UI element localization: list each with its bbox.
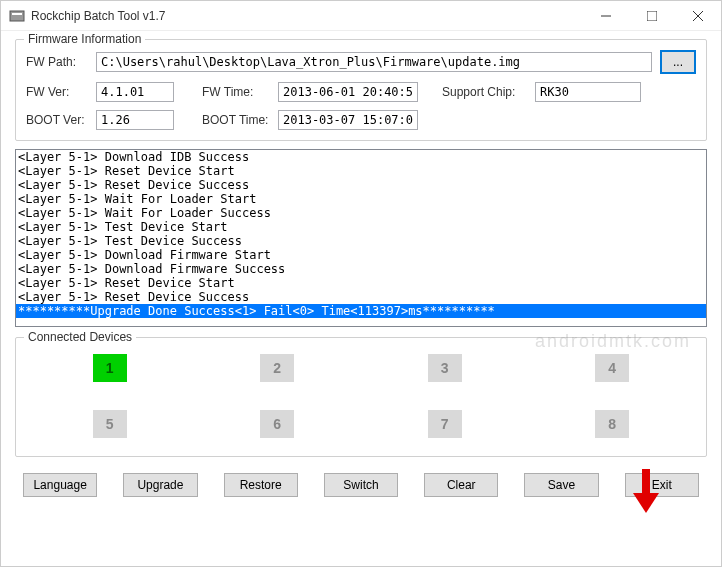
log-line[interactable]: <Layer 5-1> Reset Device Success: [16, 178, 706, 192]
exit-button[interactable]: Exit: [625, 473, 699, 497]
device-slot-2[interactable]: 2: [260, 354, 294, 382]
log-line[interactable]: <Layer 5-1> Download Firmware Success: [16, 262, 706, 276]
log-line[interactable]: <Layer 5-1> Reset Device Start: [16, 164, 706, 178]
device-slot-4[interactable]: 4: [595, 354, 629, 382]
minimize-button[interactable]: [583, 1, 629, 31]
log-line[interactable]: <Layer 5-1> Reset Device Start: [16, 276, 706, 290]
restore-button[interactable]: Restore: [224, 473, 298, 497]
fw-path-label: FW Path:: [26, 55, 88, 69]
boot-time-label: BOOT Time:: [202, 113, 270, 127]
window-controls: [583, 1, 721, 31]
upgrade-button[interactable]: Upgrade: [123, 473, 197, 497]
fw-ver-label: FW Ver:: [26, 85, 88, 99]
device-grid: 12345678: [26, 350, 696, 442]
language-button[interactable]: Language: [23, 473, 97, 497]
log-line[interactable]: <Layer 5-1> Wait For Loader Start: [16, 192, 706, 206]
device-slot-8[interactable]: 8: [595, 410, 629, 438]
fw-path-input[interactable]: [96, 52, 652, 72]
device-slot-5[interactable]: 5: [93, 410, 127, 438]
switch-button[interactable]: Switch: [324, 473, 398, 497]
log-line[interactable]: <Layer 5-1> Download IDB Success: [16, 150, 706, 164]
svg-rect-0: [10, 11, 24, 21]
browse-button[interactable]: ...: [660, 50, 696, 74]
support-chip-label: Support Chip:: [442, 85, 527, 99]
app-icon: [9, 8, 25, 24]
device-slot-1[interactable]: 1: [93, 354, 127, 382]
log-line[interactable]: <Layer 5-1> Download Firmware Start: [16, 248, 706, 262]
fw-ver-input[interactable]: [96, 82, 174, 102]
maximize-button[interactable]: [629, 1, 675, 31]
devices-group-title: Connected Devices: [24, 330, 136, 344]
boot-ver-input[interactable]: [96, 110, 174, 130]
firmware-group-title: Firmware Information: [24, 32, 145, 46]
clear-button[interactable]: Clear: [424, 473, 498, 497]
firmware-info-group: Firmware Information FW Path: ... FW Ver…: [15, 39, 707, 141]
log-line[interactable]: <Layer 5-1> Reset Device Success: [16, 290, 706, 304]
log-line[interactable]: <Layer 5-1> Wait For Loader Success: [16, 206, 706, 220]
boot-ver-label: BOOT Ver:: [26, 113, 88, 127]
device-slot-7[interactable]: 7: [428, 410, 462, 438]
device-slot-3[interactable]: 3: [428, 354, 462, 382]
log-output[interactable]: <Layer 5-1> Download IDB Success<Layer 5…: [15, 149, 707, 327]
log-line[interactable]: <Layer 5-1> Test Device Start: [16, 220, 706, 234]
titlebar: Rockchip Batch Tool v1.7: [1, 1, 721, 31]
svg-rect-3: [647, 11, 657, 21]
save-button[interactable]: Save: [524, 473, 598, 497]
close-button[interactable]: [675, 1, 721, 31]
boot-time-input[interactable]: [278, 110, 418, 130]
device-slot-6[interactable]: 6: [260, 410, 294, 438]
window-title: Rockchip Batch Tool v1.7: [31, 9, 583, 23]
connected-devices-group: Connected Devices 12345678: [15, 337, 707, 457]
fw-time-label: FW Time:: [202, 85, 270, 99]
support-chip-input[interactable]: [535, 82, 641, 102]
log-line[interactable]: **********Upgrade Done Success<1> Fail<0…: [16, 304, 706, 318]
button-row: Language Upgrade Restore Switch Clear Sa…: [15, 465, 707, 505]
fw-time-input[interactable]: [278, 82, 418, 102]
log-line[interactable]: <Layer 5-1> Test Device Success: [16, 234, 706, 248]
svg-rect-1: [12, 13, 22, 15]
